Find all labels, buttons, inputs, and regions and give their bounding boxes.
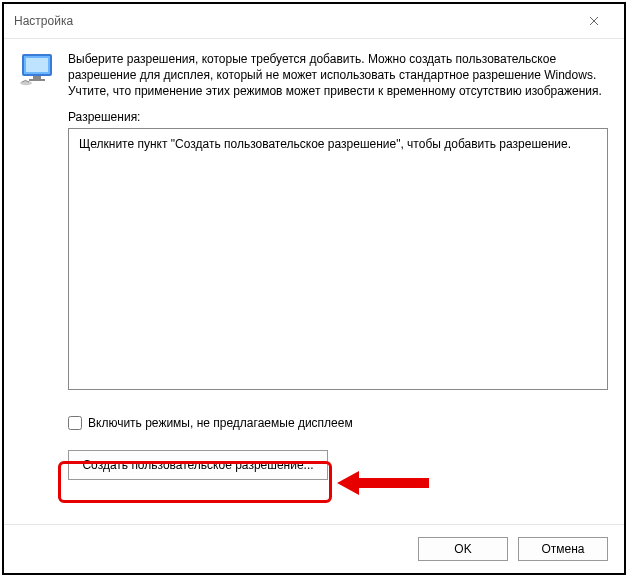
window-title: Настройка [14,14,73,28]
include-modes-label: Включить режимы, не предлагаемые дисплее… [88,416,353,430]
settings-dialog: Настройка Выберите разрешения, [2,2,626,575]
content-area: Разрешения: Щелкните пункт "Создать поль… [68,110,608,512]
svg-point-7 [20,81,32,85]
svg-rect-4 [26,58,48,72]
resolutions-listbox[interactable]: Щелкните пункт "Создать пользовательское… [68,128,608,390]
dialog-footer: OK Отмена [4,524,624,573]
monitor-icon [20,51,56,87]
listbox-placeholder: Щелкните пункт "Создать пользовательское… [79,137,571,151]
create-custom-resolution-button[interactable]: Создать пользовательское разрешение... [68,450,328,480]
close-icon [589,16,599,26]
include-modes-checkbox[interactable] [68,416,82,430]
cancel-button[interactable]: Отмена [518,537,608,561]
titlebar: Настройка [4,4,624,39]
resolutions-label: Разрешения: [68,110,608,124]
ok-button[interactable]: OK [418,537,508,561]
svg-rect-5 [33,76,41,79]
close-button[interactable] [574,10,614,32]
svg-rect-6 [29,79,45,81]
checkbox-row: Включить режимы, не предлагаемые дисплее… [68,416,608,430]
dialog-body: Выберите разрешения, которые требуется д… [4,39,624,524]
intro-text: Выберите разрешения, которые требуется д… [68,51,608,100]
intro-section: Выберите разрешения, которые требуется д… [20,51,608,100]
